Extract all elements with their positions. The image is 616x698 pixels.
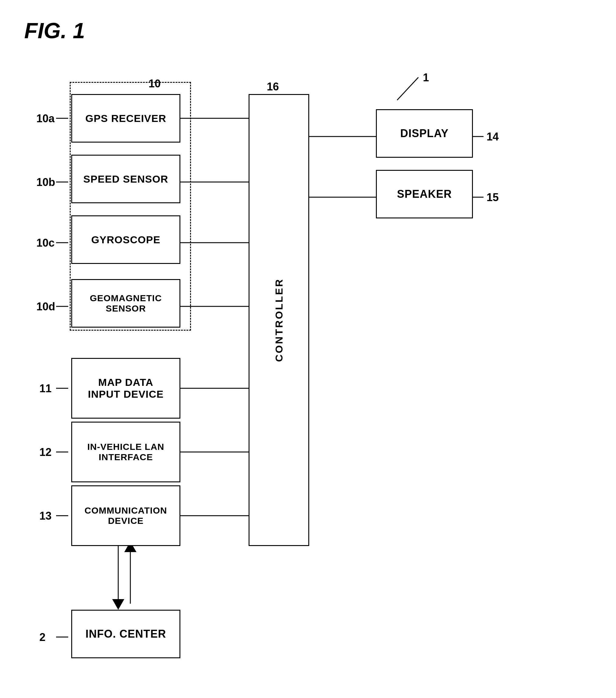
label-10a: 10a xyxy=(37,112,55,125)
svg-line-13 xyxy=(397,78,418,100)
box-gps: GPS RECEIVER xyxy=(71,94,181,143)
label-10: 10 xyxy=(148,78,161,90)
box-geo: GEOMAGNETIC SENSOR xyxy=(71,279,181,327)
label-13: 13 xyxy=(39,509,52,522)
label-15: 15 xyxy=(487,191,499,204)
label-14: 14 xyxy=(487,130,499,143)
label-2: 2 xyxy=(39,631,45,644)
label-10c: 10c xyxy=(37,237,55,249)
box-speed: SPEED SENSOR xyxy=(71,155,181,203)
label-1: 1 xyxy=(423,71,429,84)
box-gyro: GYROSCOPE xyxy=(71,215,181,264)
label-10d: 10d xyxy=(37,300,55,313)
box-comm: COMMUNICATION DEVICE xyxy=(71,485,181,546)
svg-marker-10 xyxy=(112,599,124,610)
label-11: 11 xyxy=(39,382,52,395)
figure-title: FIG. 1 xyxy=(24,18,85,43)
label-12: 12 xyxy=(39,446,52,459)
box-invehicle: IN-VEHICLE LAN INTERFACE xyxy=(71,422,181,482)
box-controller: CONTROLLER xyxy=(248,94,309,546)
label-16: 16 xyxy=(267,80,279,93)
box-speaker: SPEAKER xyxy=(376,170,473,219)
box-map: MAP DATA INPUT DEVICE xyxy=(71,358,181,419)
label-10b: 10b xyxy=(37,176,55,189)
box-info: INFO. CENTER xyxy=(71,610,181,658)
box-display: DISPLAY xyxy=(376,109,473,158)
